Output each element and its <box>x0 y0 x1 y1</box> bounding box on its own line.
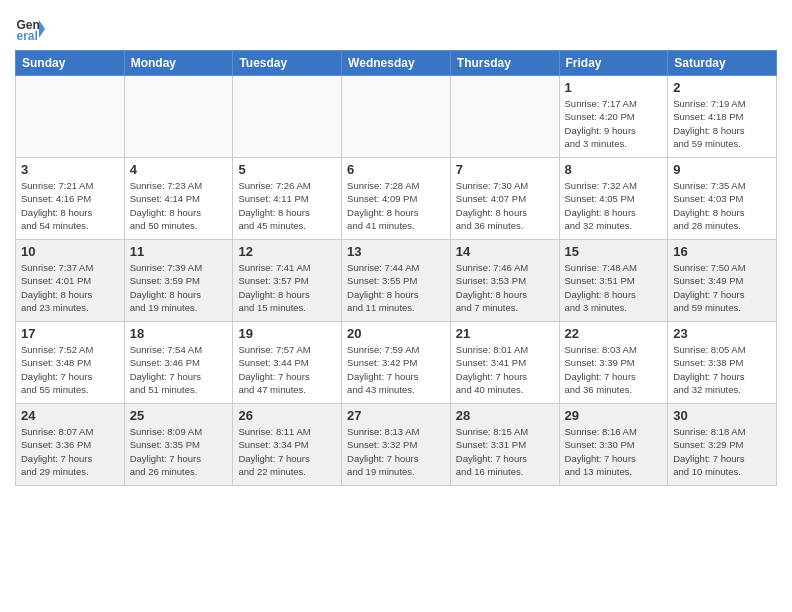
day-info: Sunrise: 8:18 AM Sunset: 3:29 PM Dayligh… <box>673 425 771 478</box>
calendar-cell: 9Sunrise: 7:35 AM Sunset: 4:03 PM Daylig… <box>668 158 777 240</box>
day-number: 27 <box>347 408 445 423</box>
calendar-cell: 18Sunrise: 7:54 AM Sunset: 3:46 PM Dayli… <box>124 322 233 404</box>
day-info: Sunrise: 7:17 AM Sunset: 4:20 PM Dayligh… <box>565 97 663 150</box>
day-info: Sunrise: 8:11 AM Sunset: 3:34 PM Dayligh… <box>238 425 336 478</box>
day-number: 4 <box>130 162 228 177</box>
day-info: Sunrise: 7:54 AM Sunset: 3:46 PM Dayligh… <box>130 343 228 396</box>
day-info: Sunrise: 7:23 AM Sunset: 4:14 PM Dayligh… <box>130 179 228 232</box>
calendar-cell: 7Sunrise: 7:30 AM Sunset: 4:07 PM Daylig… <box>450 158 559 240</box>
calendar-cell: 8Sunrise: 7:32 AM Sunset: 4:05 PM Daylig… <box>559 158 668 240</box>
day-info: Sunrise: 8:16 AM Sunset: 3:30 PM Dayligh… <box>565 425 663 478</box>
calendar-cell <box>124 76 233 158</box>
day-info: Sunrise: 8:05 AM Sunset: 3:38 PM Dayligh… <box>673 343 771 396</box>
week-row-2: 10Sunrise: 7:37 AM Sunset: 4:01 PM Dayli… <box>16 240 777 322</box>
day-info: Sunrise: 7:44 AM Sunset: 3:55 PM Dayligh… <box>347 261 445 314</box>
calendar-cell: 11Sunrise: 7:39 AM Sunset: 3:59 PM Dayli… <box>124 240 233 322</box>
day-info: Sunrise: 7:48 AM Sunset: 3:51 PM Dayligh… <box>565 261 663 314</box>
day-info: Sunrise: 7:50 AM Sunset: 3:49 PM Dayligh… <box>673 261 771 314</box>
calendar-cell: 13Sunrise: 7:44 AM Sunset: 3:55 PM Dayli… <box>342 240 451 322</box>
day-info: Sunrise: 7:32 AM Sunset: 4:05 PM Dayligh… <box>565 179 663 232</box>
day-info: Sunrise: 7:35 AM Sunset: 4:03 PM Dayligh… <box>673 179 771 232</box>
day-number: 18 <box>130 326 228 341</box>
logo-icon: Gen eral <box>15 14 45 44</box>
calendar-cell <box>342 76 451 158</box>
calendar-cell: 23Sunrise: 8:05 AM Sunset: 3:38 PM Dayli… <box>668 322 777 404</box>
day-info: Sunrise: 7:59 AM Sunset: 3:42 PM Dayligh… <box>347 343 445 396</box>
svg-marker-2 <box>39 20 45 38</box>
calendar-cell: 5Sunrise: 7:26 AM Sunset: 4:11 PM Daylig… <box>233 158 342 240</box>
day-number: 3 <box>21 162 119 177</box>
calendar-cell: 25Sunrise: 8:09 AM Sunset: 3:35 PM Dayli… <box>124 404 233 486</box>
day-info: Sunrise: 8:01 AM Sunset: 3:41 PM Dayligh… <box>456 343 554 396</box>
calendar-cell: 20Sunrise: 7:59 AM Sunset: 3:42 PM Dayli… <box>342 322 451 404</box>
day-number: 30 <box>673 408 771 423</box>
calendar-cell: 14Sunrise: 7:46 AM Sunset: 3:53 PM Dayli… <box>450 240 559 322</box>
week-row-1: 3Sunrise: 7:21 AM Sunset: 4:16 PM Daylig… <box>16 158 777 240</box>
calendar-cell: 27Sunrise: 8:13 AM Sunset: 3:32 PM Dayli… <box>342 404 451 486</box>
day-number: 10 <box>21 244 119 259</box>
day-info: Sunrise: 8:13 AM Sunset: 3:32 PM Dayligh… <box>347 425 445 478</box>
calendar-cell: 19Sunrise: 7:57 AM Sunset: 3:44 PM Dayli… <box>233 322 342 404</box>
day-number: 17 <box>21 326 119 341</box>
weekday-header-monday: Monday <box>124 51 233 76</box>
day-info: Sunrise: 7:30 AM Sunset: 4:07 PM Dayligh… <box>456 179 554 232</box>
calendar-cell <box>16 76 125 158</box>
week-row-0: 1Sunrise: 7:17 AM Sunset: 4:20 PM Daylig… <box>16 76 777 158</box>
calendar-cell: 29Sunrise: 8:16 AM Sunset: 3:30 PM Dayli… <box>559 404 668 486</box>
svg-text:eral: eral <box>17 29 38 43</box>
day-info: Sunrise: 7:26 AM Sunset: 4:11 PM Dayligh… <box>238 179 336 232</box>
day-number: 11 <box>130 244 228 259</box>
calendar-cell: 3Sunrise: 7:21 AM Sunset: 4:16 PM Daylig… <box>16 158 125 240</box>
day-number: 19 <box>238 326 336 341</box>
calendar-cell: 26Sunrise: 8:11 AM Sunset: 3:34 PM Dayli… <box>233 404 342 486</box>
day-number: 2 <box>673 80 771 95</box>
weekday-header-thursday: Thursday <box>450 51 559 76</box>
week-row-3: 17Sunrise: 7:52 AM Sunset: 3:48 PM Dayli… <box>16 322 777 404</box>
day-number: 9 <box>673 162 771 177</box>
day-info: Sunrise: 7:39 AM Sunset: 3:59 PM Dayligh… <box>130 261 228 314</box>
day-info: Sunrise: 7:28 AM Sunset: 4:09 PM Dayligh… <box>347 179 445 232</box>
weekday-header-sunday: Sunday <box>16 51 125 76</box>
day-info: Sunrise: 7:21 AM Sunset: 4:16 PM Dayligh… <box>21 179 119 232</box>
calendar-cell: 10Sunrise: 7:37 AM Sunset: 4:01 PM Dayli… <box>16 240 125 322</box>
day-number: 24 <box>21 408 119 423</box>
day-number: 15 <box>565 244 663 259</box>
calendar-cell: 12Sunrise: 7:41 AM Sunset: 3:57 PM Dayli… <box>233 240 342 322</box>
day-info: Sunrise: 8:03 AM Sunset: 3:39 PM Dayligh… <box>565 343 663 396</box>
day-number: 13 <box>347 244 445 259</box>
calendar-cell: 24Sunrise: 8:07 AM Sunset: 3:36 PM Dayli… <box>16 404 125 486</box>
day-number: 29 <box>565 408 663 423</box>
day-info: Sunrise: 7:52 AM Sunset: 3:48 PM Dayligh… <box>21 343 119 396</box>
calendar-cell: 17Sunrise: 7:52 AM Sunset: 3:48 PM Dayli… <box>16 322 125 404</box>
calendar-cell: 22Sunrise: 8:03 AM Sunset: 3:39 PM Dayli… <box>559 322 668 404</box>
weekday-header-friday: Friday <box>559 51 668 76</box>
calendar-cell: 4Sunrise: 7:23 AM Sunset: 4:14 PM Daylig… <box>124 158 233 240</box>
day-info: Sunrise: 7:19 AM Sunset: 4:18 PM Dayligh… <box>673 97 771 150</box>
day-number: 22 <box>565 326 663 341</box>
header: Gen eral <box>15 10 777 44</box>
day-info: Sunrise: 8:15 AM Sunset: 3:31 PM Dayligh… <box>456 425 554 478</box>
day-info: Sunrise: 7:41 AM Sunset: 3:57 PM Dayligh… <box>238 261 336 314</box>
calendar-cell: 2Sunrise: 7:19 AM Sunset: 4:18 PM Daylig… <box>668 76 777 158</box>
day-number: 6 <box>347 162 445 177</box>
day-info: Sunrise: 7:46 AM Sunset: 3:53 PM Dayligh… <box>456 261 554 314</box>
day-number: 23 <box>673 326 771 341</box>
calendar-cell <box>450 76 559 158</box>
day-number: 16 <box>673 244 771 259</box>
day-number: 20 <box>347 326 445 341</box>
logo: Gen eral <box>15 14 49 44</box>
calendar-cell: 15Sunrise: 7:48 AM Sunset: 3:51 PM Dayli… <box>559 240 668 322</box>
weekday-header-tuesday: Tuesday <box>233 51 342 76</box>
day-info: Sunrise: 8:07 AM Sunset: 3:36 PM Dayligh… <box>21 425 119 478</box>
weekday-header-row: SundayMondayTuesdayWednesdayThursdayFrid… <box>16 51 777 76</box>
day-info: Sunrise: 7:57 AM Sunset: 3:44 PM Dayligh… <box>238 343 336 396</box>
page-container: Gen eral SundayMondayTuesdayWednesdayThu… <box>0 0 792 496</box>
calendar-cell: 28Sunrise: 8:15 AM Sunset: 3:31 PM Dayli… <box>450 404 559 486</box>
day-number: 12 <box>238 244 336 259</box>
day-number: 28 <box>456 408 554 423</box>
day-number: 21 <box>456 326 554 341</box>
day-number: 7 <box>456 162 554 177</box>
calendar-cell: 6Sunrise: 7:28 AM Sunset: 4:09 PM Daylig… <box>342 158 451 240</box>
calendar-cell: 30Sunrise: 8:18 AM Sunset: 3:29 PM Dayli… <box>668 404 777 486</box>
day-number: 26 <box>238 408 336 423</box>
